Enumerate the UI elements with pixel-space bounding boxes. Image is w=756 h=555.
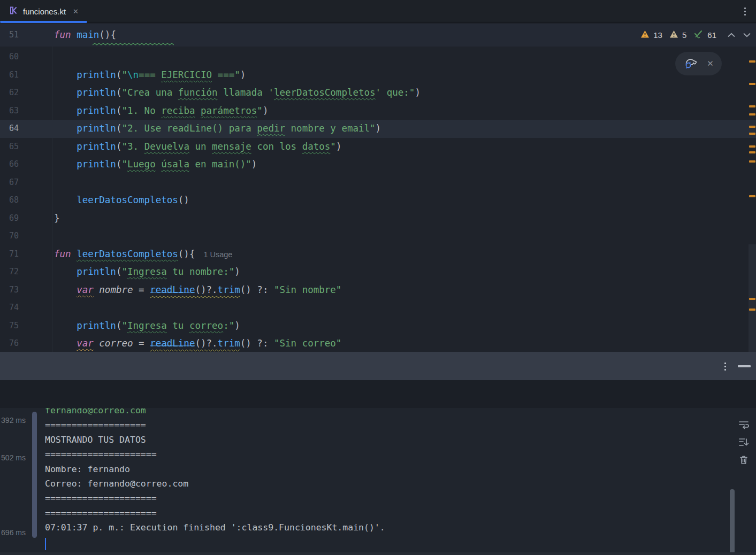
sticky-line-fun-main[interactable]: 51 fun main(){ 13 5 61 — [0, 24, 756, 47]
code-lines: 6061 println("\n=== EJERCICIO ===")62 pr… — [0, 48, 756, 352]
console-line: Nombre: fernando — [45, 462, 385, 476]
code-line[interactable]: 62 println("Crea una función llamada 'le… — [0, 84, 756, 102]
code-text: println("3. Devuelva un mensaje con los … — [54, 138, 341, 156]
code-line[interactable]: 74 — [0, 299, 756, 317]
warning-stripe-mark — [749, 83, 755, 85]
code-text: } — [54, 210, 60, 228]
console-line: =================== — [45, 418, 385, 432]
typo-check-icon — [693, 30, 704, 41]
line-number[interactable]: 76 — [0, 335, 52, 352]
weak-warning-icon — [669, 30, 678, 41]
typo-count: 61 — [707, 30, 716, 40]
run-console[interactable]: 392 ms502 ms696 ms fernando@correo.com==… — [0, 408, 756, 555]
sticky-line-number[interactable]: 51 — [0, 24, 52, 47]
task-progress-bar — [32, 412, 37, 538]
code-text: println("\n=== EJERCICIO ===") — [54, 66, 246, 84]
warning-stripe-mark — [749, 105, 755, 107]
line-number[interactable]: 75 — [0, 317, 52, 335]
code-line[interactable]: 63 println("1. No reciba parámetros") — [0, 102, 756, 120]
gradle-reload-popup: ✕ — [675, 52, 722, 75]
code-text: println("Ingresa tu nombre:") — [54, 263, 240, 281]
code-text: leerDatosCompletos() — [54, 191, 189, 210]
console-line: Correo: fernando@correo.com — [45, 476, 385, 491]
code-line[interactable]: 73 var nombre = readLine()?.trim() ?: "S… — [0, 281, 756, 299]
warning-stripe-mark — [749, 126, 755, 128]
code-text: println("Luego úsala en main()") — [54, 156, 257, 174]
code-line[interactable]: 75 println("Ingresa tu correo:") — [0, 317, 756, 335]
warning-stripe-mark — [749, 60, 755, 63]
code-line[interactable]: 76 var correo = readLine()?.trim() ?: "S… — [0, 335, 756, 352]
code-text: println("1. No reciba parámetros") — [54, 102, 268, 120]
code-text: fun leerDatosCompletos(){1 Usage — [54, 245, 232, 264]
soft-wrap-icon[interactable] — [738, 419, 750, 430]
line-number[interactable]: 71 — [0, 245, 52, 264]
minimize-panel-icon[interactable] — [738, 365, 751, 367]
line-number[interactable]: 65 — [0, 138, 52, 156]
console-line: MOSTRANDO TUS DATOS — [45, 433, 385, 447]
next-highlight-chevron-down-icon[interactable] — [743, 33, 751, 37]
warning-stripe-mark — [749, 195, 755, 197]
code-line[interactable]: 65 println("3. Devuelva un mensaje con l… — [0, 138, 756, 156]
scroll-to-end-icon[interactable] — [738, 436, 750, 448]
console-line: ===================== — [45, 447, 385, 461]
console-line: 07:01:37 p. m.: Execution finished ':cla… — [45, 520, 385, 535]
tab-funciones-kt[interactable]: funciones.kt ✕ — [0, 0, 87, 22]
kotlin-file-icon — [9, 6, 18, 17]
warning-stripe-mark — [749, 145, 755, 148]
code-line[interactable]: 67 — [0, 174, 756, 192]
console-scrollbar[interactable] — [730, 489, 735, 555]
line-number[interactable]: 70 — [0, 227, 52, 245]
console-top-padding — [0, 380, 756, 408]
line-number[interactable]: 63 — [0, 102, 52, 120]
line-number[interactable]: 74 — [0, 299, 52, 317]
line-number[interactable]: 60 — [0, 48, 52, 66]
warning-stripe-mark — [749, 151, 755, 153]
console-line: ===================== — [45, 506, 385, 520]
run-panel-header[interactable] — [0, 352, 756, 380]
line-number[interactable]: 69 — [0, 210, 52, 228]
tab-close-icon[interactable]: ✕ — [73, 7, 79, 16]
line-number[interactable]: 67 — [0, 174, 52, 192]
editor-options-kebab-icon[interactable] — [739, 5, 751, 17]
typo-squiggle — [93, 43, 174, 46]
task-duration: 502 ms — [0, 453, 26, 462]
dismiss-gradle-popup-icon[interactable]: ✕ — [707, 59, 714, 68]
warning-stripe-mark — [749, 113, 755, 115]
window-bottom-edge — [0, 552, 756, 555]
line-number[interactable]: 62 — [0, 84, 52, 102]
code-text: var correo = readLine()?.trim() ?: "Sin … — [54, 335, 341, 352]
code-line[interactable]: 72 println("Ingresa tu nombre:") — [0, 263, 756, 281]
code-text: println("Ingresa tu correo:") — [54, 317, 240, 335]
task-duration: 392 ms — [0, 416, 26, 425]
code-line[interactable]: 68 leerDatosCompletos() — [0, 191, 756, 210]
line-number[interactable]: 73 — [0, 281, 52, 299]
code-line[interactable]: 71fun leerDatosCompletos(){1 Usage — [0, 245, 756, 264]
code-line[interactable]: 70 — [0, 227, 756, 245]
code-text: println("Crea una función llamada 'leerD… — [54, 84, 421, 102]
code-editor[interactable]: 6061 println("\n=== EJERCICIO ===")62 pr… — [0, 47, 756, 352]
console-line: ===================== — [45, 491, 385, 505]
code-line[interactable]: 61 println("\n=== EJERCICIO ===") — [0, 66, 756, 84]
line-number[interactable]: 72 — [0, 263, 52, 281]
warning-stripe-mark — [749, 309, 755, 311]
editor-tab-bar: funciones.kt ✕ — [0, 0, 756, 23]
inspections-widget[interactable]: 13 5 61 — [640, 24, 751, 47]
line-number[interactable]: 61 — [0, 66, 52, 84]
gradle-sync-icon[interactable] — [683, 56, 698, 72]
code-text: println("2. Use readLine() para pedir no… — [54, 120, 381, 138]
line-number[interactable]: 64 — [0, 120, 52, 138]
line-number[interactable]: 68 — [0, 191, 52, 210]
code-line[interactable]: 60 — [0, 48, 756, 66]
run-panel-kebab-icon[interactable] — [720, 360, 730, 372]
clear-console-trash-icon[interactable] — [738, 454, 750, 466]
previous-highlight-chevron-up-icon[interactable] — [728, 33, 735, 37]
warning-icon — [640, 30, 650, 41]
tab-title: funciones.kt — [23, 7, 66, 16]
code-text: var nombre = readLine()?.trim() ?: "Sin … — [54, 281, 341, 299]
warning-count: 13 — [653, 30, 662, 40]
warning-stripe-mark — [749, 160, 755, 163]
code-line[interactable]: 64 println("2. Use readLine() para pedir… — [0, 120, 756, 138]
line-number[interactable]: 66 — [0, 156, 52, 174]
code-line[interactable]: 66 println("Luego úsala en main()") — [0, 156, 756, 174]
code-line[interactable]: 69} — [0, 210, 756, 228]
